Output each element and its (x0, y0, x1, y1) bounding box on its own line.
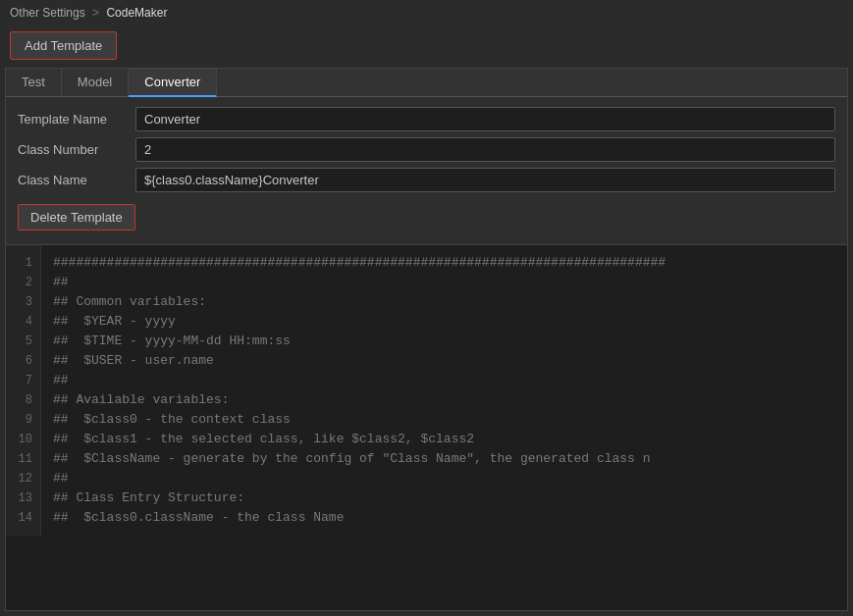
toolbar: Add Template (0, 26, 853, 68)
class-name-input[interactable] (135, 168, 835, 192)
code-line: ## $USER - user.name (53, 351, 835, 371)
code-line: ## $class1 - the selected class, like $c… (53, 430, 835, 449)
code-line: ## Available variables: (53, 390, 835, 410)
add-template-button[interactable]: Add Template (10, 31, 117, 60)
line-number: 14 (6, 508, 40, 528)
class-number-input[interactable] (135, 137, 835, 162)
line-number: 13 (6, 488, 40, 508)
line-number: 3 (6, 292, 40, 312)
template-name-label: Template Name (18, 112, 135, 127)
code-line: ## $ClassName - generate by the config o… (53, 449, 835, 469)
line-number: 5 (6, 332, 40, 351)
line-number: 10 (6, 430, 40, 449)
class-number-row: Class Number (18, 137, 835, 162)
code-line: ## $TIME - yyyy-MM-dd HH:mm:ss (53, 332, 835, 351)
line-number: 6 (6, 351, 40, 371)
code-line: ## $class0.className - the class Name (53, 508, 835, 528)
breadcrumb-separator: > (92, 6, 99, 20)
code-line: ## $YEAR - yyyy (53, 312, 835, 332)
tabs-bar: Test Model Converter (6, 69, 847, 97)
class-number-label: Class Number (18, 142, 135, 157)
line-numbers: 1234567891011121314 (6, 245, 41, 536)
page-container: Other Settings > CodeMaker Add Template … (0, 0, 853, 616)
line-number: 1 (6, 253, 40, 273)
code-editor-inner: 1234567891011121314 ####################… (6, 245, 847, 536)
code-line: ## $class0 - the context class (53, 410, 835, 430)
class-name-label: Class Name (18, 173, 135, 187)
breadcrumb: Other Settings > CodeMaker (0, 0, 853, 26)
main-content: Test Model Converter Template Name Class… (5, 68, 848, 611)
line-number: 4 (6, 312, 40, 332)
tab-converter[interactable]: Converter (129, 69, 217, 97)
line-number: 11 (6, 449, 40, 469)
template-name-input[interactable] (135, 107, 835, 131)
template-name-row: Template Name (18, 107, 835, 131)
code-line: ## (53, 469, 835, 488)
delete-template-button[interactable]: Delete Template (18, 204, 135, 231)
code-content: ########################################… (41, 245, 847, 536)
class-name-row: Class Name (18, 168, 835, 192)
line-number: 2 (6, 273, 40, 292)
code-line: ## (53, 273, 835, 292)
code-editor[interactable]: 1234567891011121314 ####################… (6, 245, 847, 610)
line-number: 7 (6, 371, 40, 390)
breadcrumb-current: CodeMaker (106, 6, 167, 20)
code-line: ## (53, 371, 835, 390)
code-line: ## Common variables: (53, 292, 835, 312)
tab-model[interactable]: Model (62, 69, 129, 96)
form-area: Template Name Class Number Class Name De… (6, 97, 847, 245)
breadcrumb-parent: Other Settings (10, 6, 85, 20)
code-line: ########################################… (53, 253, 835, 273)
code-line: ## Class Entry Structure: (53, 488, 835, 508)
line-number: 12 (6, 469, 40, 488)
line-number: 9 (6, 410, 40, 430)
line-number: 8 (6, 390, 40, 410)
tab-test[interactable]: Test (6, 69, 62, 96)
